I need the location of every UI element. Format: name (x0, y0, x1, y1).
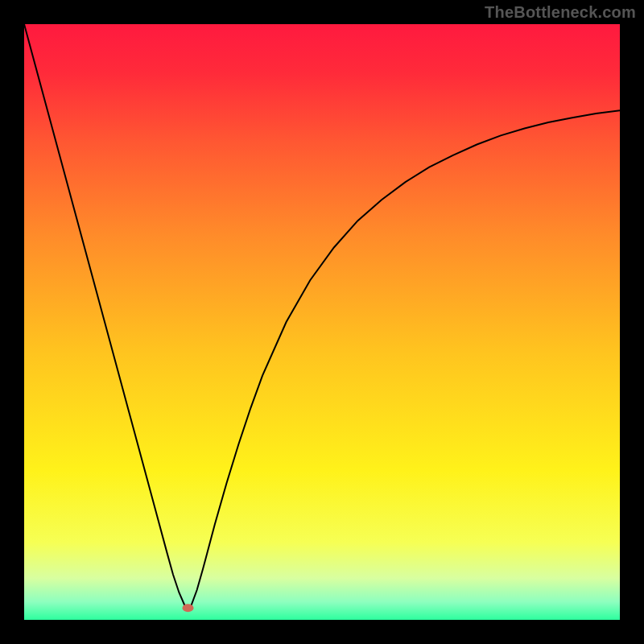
watermark-text: TheBottleneck.com (485, 3, 636, 22)
chart-frame: TheBottleneck.com (0, 0, 644, 644)
gradient-background (24, 24, 620, 620)
optimum-marker (183, 604, 194, 612)
plot-area (24, 24, 620, 620)
chart-svg (24, 24, 620, 620)
